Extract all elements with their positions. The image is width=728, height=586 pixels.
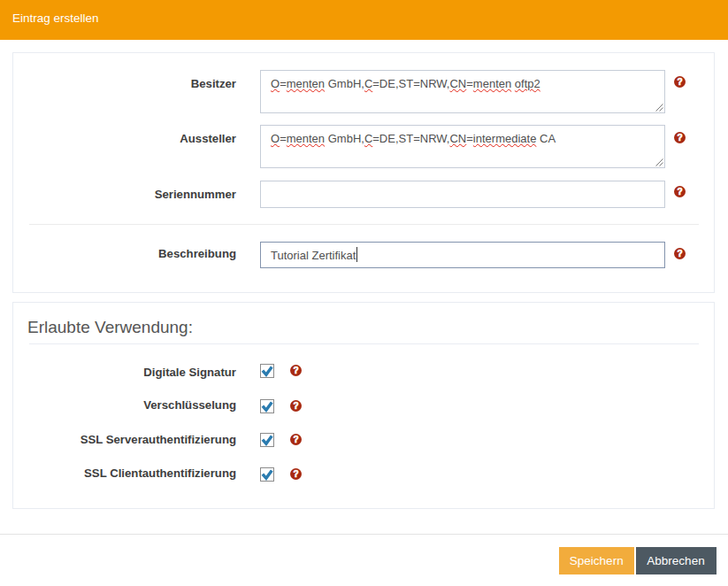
svg-text:?: ? xyxy=(677,133,682,143)
svg-text:?: ? xyxy=(677,187,682,197)
svg-text:?: ? xyxy=(677,249,682,258)
svg-text:?: ? xyxy=(293,435,298,444)
svg-text:?: ? xyxy=(293,366,298,375)
svg-text:?: ? xyxy=(293,469,298,479)
svg-text:?: ? xyxy=(293,401,298,411)
svg-text:?: ? xyxy=(677,77,682,87)
